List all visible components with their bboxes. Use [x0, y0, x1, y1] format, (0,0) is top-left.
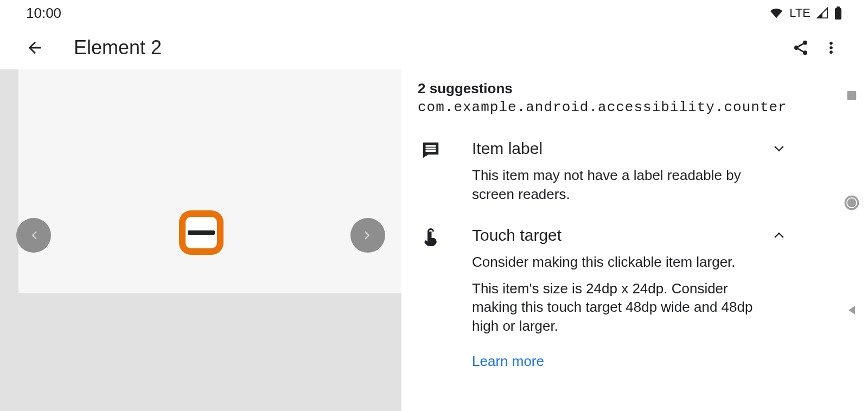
suggestion-summary: Consider making this clickable item larg…	[472, 253, 768, 272]
svg-point-5	[829, 42, 833, 45]
suggestion-touch-target[interactable]: Touch target Consider making this clicka…	[418, 224, 790, 371]
system-back-button[interactable]	[843, 301, 860, 319]
system-nav-bar	[835, 0, 868, 411]
suggestion-title: Touch target	[472, 224, 768, 246]
chevron-left-icon	[25, 227, 42, 243]
content: 2 suggestions com.example.android.access…	[0, 69, 868, 411]
next-element-button[interactable]	[350, 218, 385, 253]
svg-rect-11	[847, 91, 857, 100]
chevron-right-icon	[360, 227, 376, 243]
resource-id: com.example.android.accessibility.counte…	[418, 98, 790, 117]
svg-point-13	[847, 198, 856, 207]
svg-point-6	[829, 46, 833, 49]
preview-canvas	[18, 69, 401, 293]
collapse-toggle[interactable]	[768, 224, 790, 243]
status-bar: 10:00 LTE	[0, 0, 868, 26]
suggestions-panel: 2 suggestions com.example.android.access…	[401, 69, 803, 411]
touch-icon	[420, 227, 441, 249]
suggestions-header: 2 suggestions com.example.android.access…	[418, 79, 790, 117]
arrow-back-icon	[25, 38, 44, 57]
svg-rect-10	[426, 150, 436, 152]
svg-rect-8	[426, 145, 436, 146]
expand-toggle[interactable]	[768, 138, 790, 156]
svg-point-7	[829, 50, 833, 54]
triangle-back-icon	[845, 304, 858, 317]
square-icon	[846, 89, 858, 101]
suggestions-count: 2 suggestions	[418, 79, 790, 98]
suggestion-detail: This item's size is 24dp x 24dp. Conside…	[472, 279, 768, 336]
network-label: LTE	[789, 6, 810, 20]
suggestion-item-label[interactable]: Item label This item may not have a labe…	[418, 138, 790, 204]
share-button[interactable]	[786, 33, 816, 63]
cellular-icon	[816, 7, 829, 19]
system-home-button[interactable]	[843, 194, 860, 211]
element-icon	[186, 217, 217, 248]
learn-more-link[interactable]: Learn more	[472, 353, 544, 369]
status-icons: LTE	[769, 6, 842, 20]
page-title: Element 2	[74, 36, 162, 59]
circle-icon	[844, 195, 859, 210]
app-bar: Element 2	[0, 26, 868, 69]
screenshot-preview	[0, 69, 401, 411]
suggestion-summary: This item may not have a label readable …	[472, 166, 768, 204]
highlighted-element[interactable]	[179, 210, 224, 255]
wifi-icon	[769, 7, 784, 19]
system-recent-button[interactable]	[843, 87, 860, 104]
svg-point-4	[803, 50, 807, 55]
suggestion-title: Item label	[472, 138, 768, 159]
comment-icon	[420, 140, 441, 160]
learn-more-row: Learn more	[472, 352, 768, 371]
prev-element-button[interactable]	[16, 218, 51, 253]
chevron-up-icon	[771, 228, 787, 243]
svg-rect-9	[426, 147, 436, 149]
share-icon	[792, 39, 809, 56]
svg-point-2	[803, 41, 807, 45]
chevron-down-icon	[771, 141, 787, 156]
back-button[interactable]	[22, 35, 48, 61]
svg-point-3	[794, 46, 799, 50]
minus-icon	[188, 230, 215, 235]
clock: 10:00	[26, 5, 61, 22]
